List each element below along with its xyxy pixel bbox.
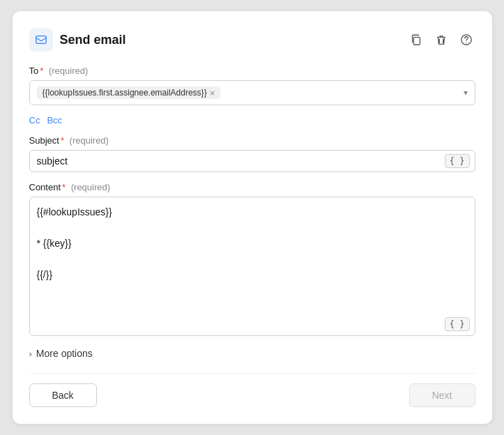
svg-rect-0 — [36, 36, 45, 44]
content-label: Content * (required) — [29, 182, 475, 192]
more-options-label: More options — [36, 348, 93, 359]
subject-field-group: Subject * (required) { } — [29, 135, 475, 172]
send-email-card: Send email — [12, 10, 493, 425]
trash-icon — [435, 33, 448, 46]
to-input[interactable]: {{lookupIssues.first.assignee.emailAddre… — [29, 80, 475, 105]
svg-rect-1 — [413, 37, 420, 45]
content-textarea[interactable]: {{#lookupIssues}} * {{key}} {{/}} — [29, 197, 475, 336]
to-label: To * (required) — [29, 66, 475, 76]
duplicate-button[interactable] — [407, 31, 425, 49]
email-icon-box — [29, 28, 53, 52]
help-button[interactable] — [457, 31, 475, 49]
to-field-group: To * (required) {{lookupIssues.first.ass… — [29, 66, 475, 105]
header-actions — [407, 31, 475, 49]
content-wrapper: {{#lookupIssues}} * {{key}} {{/}} { } — [29, 197, 475, 338]
bcc-link[interactable]: Bcc — [47, 115, 62, 125]
svg-point-3 — [466, 42, 466, 43]
chevron-right-icon: › — [29, 349, 32, 359]
subject-label: Subject * (required) — [29, 135, 475, 146]
content-curly-button[interactable]: { } — [445, 317, 470, 331]
to-tag-value: {{lookupIssues.first.assignee.emailAddre… — [43, 88, 207, 98]
header-left: Send email — [29, 28, 126, 52]
subject-input[interactable] — [29, 150, 475, 172]
content-field-group: Content * (required) {{#lookupIssues}} *… — [29, 182, 475, 338]
next-button: Next — [409, 383, 475, 407]
delete-button[interactable] — [432, 31, 450, 49]
chevron-down-icon: ▾ — [464, 88, 468, 98]
more-options-toggle[interactable]: › More options — [29, 348, 475, 359]
card-header: Send email — [29, 28, 475, 52]
subject-curly-button[interactable]: { } — [445, 154, 470, 168]
cc-bcc-row: Cc Bcc — [29, 115, 475, 125]
to-tag: {{lookupIssues.first.assignee.emailAddre… — [37, 86, 221, 99]
duplicate-icon — [410, 33, 422, 46]
email-icon — [35, 33, 47, 46]
page-title: Send email — [60, 33, 126, 47]
to-tag-remove[interactable]: × — [210, 89, 215, 98]
back-button[interactable]: Back — [29, 383, 97, 407]
subject-wrapper: { } — [29, 150, 475, 172]
cc-link[interactable]: Cc — [29, 115, 40, 125]
footer: Back Next — [29, 373, 475, 407]
to-tags: {{lookupIssues.first.assignee.emailAddre… — [37, 86, 221, 99]
help-icon — [460, 33, 473, 46]
